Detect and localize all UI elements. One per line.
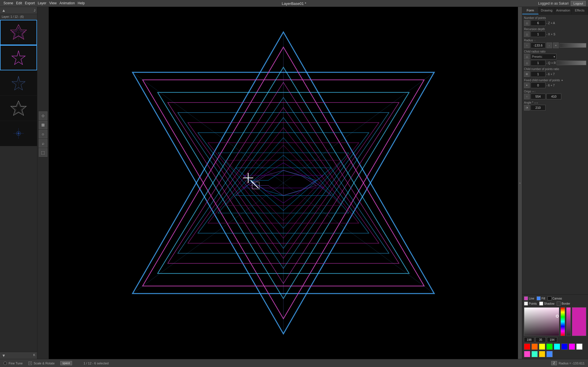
tab-drawing[interactable]: Drawing	[539, 7, 555, 14]
hue-bar[interactable]	[560, 307, 565, 336]
menu-layer[interactable]: Layer	[36, 1, 47, 6]
tab-effects[interactable]: Effects	[572, 7, 588, 14]
fill-color-swatch[interactable]	[537, 296, 541, 300]
color-preset-7[interactable]	[569, 343, 575, 350]
child-radius-slider[interactable]	[557, 61, 586, 65]
num-points-icon: △	[524, 20, 530, 26]
status-bar: Fine Tune ✕ Scale & Rotate space 1 / 12 …	[0, 359, 588, 367]
menu-help[interactable]: Help	[77, 1, 86, 6]
border-color-swatch[interactable]	[557, 302, 561, 306]
prop-radius: Radius ○ ○ -133.6 - +	[524, 39, 586, 48]
angle-value[interactable]: 210	[531, 105, 546, 111]
radius-info: Radius = -133.611	[559, 362, 585, 365]
color-preset-2[interactable]	[531, 343, 538, 350]
fixed-child-icon: ✦	[524, 82, 530, 88]
color-preset-10[interactable]	[531, 351, 538, 357]
radius-icon: ○	[524, 43, 530, 48]
layer-up-arrow[interactable]: ▲	[2, 8, 6, 13]
color-preset-1[interactable]	[524, 343, 530, 350]
layer-thumb-1[interactable]	[0, 20, 37, 45]
login-status: Logged in as Sakari	[538, 1, 568, 5]
radius-slider[interactable]	[560, 43, 586, 48]
prop-angle: Angle * ⟷ ◔ 210	[524, 101, 586, 111]
alpha-bar[interactable]	[566, 307, 571, 336]
right-collapse-btn[interactable]: ›	[518, 7, 522, 359]
radius-plus-btn[interactable]: +	[553, 43, 559, 48]
num-points-value[interactable]: 6	[531, 20, 546, 26]
presets-dropdown[interactable]: Presets: ▾	[531, 54, 556, 59]
color-preset-5[interactable]	[554, 343, 560, 350]
child-radius-icon2: △	[524, 60, 530, 66]
color-gradient-picker[interactable]	[524, 307, 559, 336]
border-color-label: Border	[562, 302, 570, 305]
color-preset-11[interactable]	[539, 351, 545, 357]
origo-y-value[interactable]: 410	[546, 94, 561, 99]
menu-scene[interactable]: Scene	[2, 1, 14, 6]
logout-button[interactable]: Logout	[571, 1, 586, 6]
selected-info: 1 / 12 - 6 selected	[84, 362, 109, 365]
color-preset-4[interactable]	[546, 343, 553, 350]
angle-icon: ◔	[524, 105, 530, 111]
menu-animation[interactable]: Animation	[58, 1, 76, 6]
recursion-icon: △	[524, 31, 530, 37]
svg-line-46	[251, 180, 258, 188]
transform-tool[interactable]: ⊠	[39, 121, 47, 129]
layer-panel-header: ▲ J	[0, 7, 37, 14]
rgb-g-value[interactable]: 35	[535, 337, 546, 342]
origo-x-value[interactable]: 554	[531, 94, 546, 99]
layer-thumb-4[interactable]	[0, 96, 37, 121]
tab-form[interactable]: Form	[522, 7, 539, 14]
rgb-b-value[interactable]: 194	[547, 337, 557, 342]
points-color-swatch[interactable]	[524, 302, 528, 306]
child-radius-icon: △	[524, 54, 530, 59]
menu-export[interactable]: Export	[24, 1, 36, 6]
color-preset-8[interactable]	[576, 343, 583, 350]
child-radius-value[interactable]: 1	[531, 60, 546, 66]
color-preset-6[interactable]	[561, 343, 568, 350]
window-title: LayerBase01 *	[282, 0, 306, 7]
shadow-color-swatch[interactable]	[539, 302, 543, 306]
origo-icon: ○	[524, 94, 530, 99]
prop-fixed-child-num-points: Fixed child number of points ✦ ✦ 0 - 6 +…	[524, 79, 586, 88]
prop-child-radius-ratio: Child radius ratio △ Presets: ▾ △ 1 - Q …	[524, 50, 586, 66]
shadow-color-label: Shadow	[544, 302, 554, 305]
layer-thumb-2[interactable]	[0, 45, 37, 70]
menu-view[interactable]: View	[48, 1, 58, 6]
canvas-color-label: Canvas	[552, 297, 562, 300]
menu-edit[interactable]: Edit	[15, 1, 23, 6]
search-tool[interactable]: ⌕	[39, 139, 47, 148]
prop-recursion-depth: Recursion depth △ 1 - X + S	[524, 28, 586, 37]
canvas-area[interactable]	[49, 7, 518, 359]
move-tool[interactable]: ⊹	[39, 111, 47, 120]
fine-tune-label[interactable]: Fine Tune	[9, 362, 23, 365]
line-color-swatch[interactable]	[524, 296, 528, 300]
recursion-value[interactable]: 1	[531, 31, 546, 37]
svg-marker-4	[12, 51, 25, 64]
canvas-svg	[49, 7, 518, 359]
scale-rotate-label[interactable]: Scale & Rotate	[34, 362, 55, 365]
line-color-label: Line	[529, 297, 534, 300]
radius-value[interactable]: -133.6	[531, 43, 546, 48]
points-color-label: Points	[529, 302, 537, 305]
layer-thumb-5[interactable]	[0, 121, 37, 146]
scale-rotate-icon: ✕	[28, 362, 32, 365]
fixed-child-value[interactable]: 0	[531, 82, 546, 88]
layer-down-arrow[interactable]: ▼	[2, 353, 6, 358]
fine-tune-radio[interactable]	[3, 362, 7, 365]
layer-thumb-3[interactable]	[0, 70, 37, 96]
child-num-points-value[interactable]: 1	[531, 71, 546, 77]
layer-info: Layer: 1 / 12 - (6)	[0, 14, 37, 20]
color-result-swatch[interactable]	[572, 307, 586, 336]
color-preset-12[interactable]	[546, 351, 553, 357]
prop-child-num-points-ratio: Child number of points ratio ⊞ 1 - 6 + 7	[524, 67, 586, 77]
select-tool[interactable]: ⬚	[39, 148, 47, 157]
prop-num-points: Number of points △ 6 - Z + A	[524, 16, 586, 26]
tab-animation[interactable]: Animation	[555, 7, 572, 14]
color-preset-9[interactable]	[524, 351, 530, 357]
radius-minus-btn[interactable]: -	[546, 43, 552, 48]
circle-tool[interactable]: ○	[39, 130, 47, 138]
canvas-color-swatch[interactable]	[548, 296, 552, 300]
child-num-points-icon: ⊞	[524, 71, 530, 77]
rgb-r-value[interactable]: 198	[524, 337, 534, 342]
color-preset-3[interactable]	[539, 343, 545, 350]
